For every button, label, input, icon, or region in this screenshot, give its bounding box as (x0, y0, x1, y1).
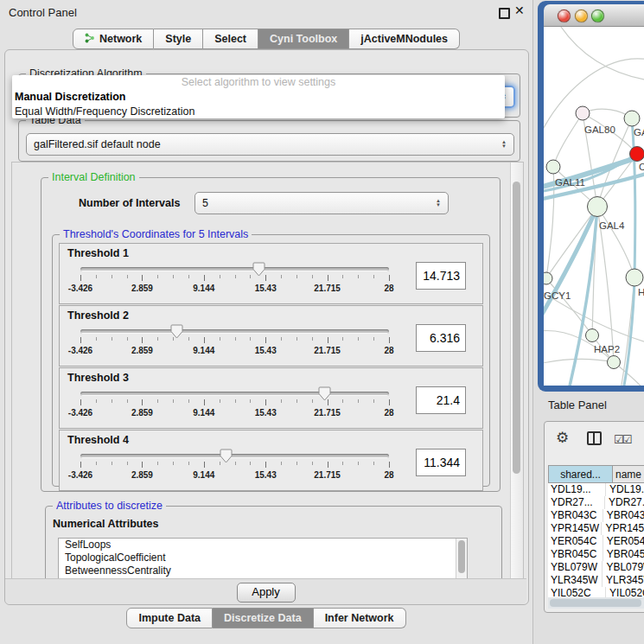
tab-network[interactable]: Network (73, 29, 154, 49)
tab-discretize-data[interactable]: Discretize Data (213, 608, 314, 628)
table-row[interactable]: YLR345WYLR345W (548, 574, 644, 587)
number-of-intervals-spinner[interactable]: 5 ▲▼ (194, 192, 449, 214)
network-graph[interactable]: GAL80GACGAL11GAL4GCY1HHAP2 (544, 27, 644, 386)
table-row[interactable]: YDR27...YDR27... (548, 496, 644, 509)
cell-name[interactable]: YIL052C (606, 587, 644, 597)
network-window-titlebar[interactable] (544, 4, 644, 27)
table-row[interactable]: YPR145WYPR145W (548, 522, 644, 535)
tab-style[interactable]: Style (154, 29, 203, 49)
table-data-value: galFiltered.sif default node (34, 138, 161, 150)
network-node[interactable] (626, 269, 643, 286)
network-canvas[interactable]: GAL80GACGAL11GAL4GCY1HHAP2 (544, 27, 644, 386)
threshold-value-field[interactable]: 21.4 (416, 386, 466, 414)
node-label: GAL80 (584, 124, 615, 135)
close-icon[interactable]: ✕ (514, 3, 525, 17)
node-label: H (638, 287, 644, 297)
network-node[interactable] (546, 160, 560, 174)
network-node[interactable] (588, 197, 608, 217)
column-header-name[interactable]: name (613, 465, 644, 483)
network-node[interactable] (608, 356, 621, 369)
gear-icon[interactable]: ⚙ (556, 429, 569, 447)
select-columns-icon[interactable]: ☑☑ (614, 433, 630, 446)
cell-shared-name[interactable]: YBR045C (548, 548, 603, 561)
column-header-shared-name[interactable]: shared... (548, 465, 613, 483)
network-edge (597, 207, 634, 277)
dropdown-option[interactable]: Manual Discretization (12, 90, 505, 105)
scrollbar-thumb[interactable] (458, 540, 465, 573)
tab-infer-network[interactable]: Infer Network (314, 608, 406, 628)
scrollbar-thumb[interactable] (550, 599, 641, 607)
control-panel: Control Panel ✕ NetworkStyleSelectCyni T… (0, 0, 533, 644)
attribute-list-item[interactable]: TopologicalCoefficient (59, 552, 467, 564)
table-row[interactable]: YBR043CYBR043C (548, 509, 644, 522)
split-columns-icon[interactable] (587, 431, 602, 445)
cell-name[interactable]: YBR045C (603, 548, 644, 561)
tab-cyni-toolbox[interactable]: Cyni Toolbox (258, 29, 349, 49)
float-window-icon[interactable] (499, 8, 510, 19)
threshold-panel: Threshold 1-3.4262.8599.14415.4321.71528… (59, 243, 483, 304)
threshold-slider-track[interactable] (80, 329, 389, 334)
threshold-value-field[interactable]: 14.713 (416, 262, 466, 290)
cell-shared-name[interactable]: YBL079W (548, 561, 603, 574)
settings-vertical-scrollbar[interactable] (510, 163, 523, 579)
numerical-attributes-list[interactable]: SelfLoopsTopologicalCoefficientBetweenne… (58, 538, 468, 580)
number-of-intervals-label: Number of Intervals (79, 197, 180, 209)
attribute-list-item[interactable]: BetweennessCentrality (59, 564, 467, 577)
cell-name[interactable]: YDL19... (606, 483, 644, 496)
cell-shared-name[interactable]: YLR345W (548, 574, 603, 587)
threshold-value-field[interactable]: 11.344 (416, 449, 466, 476)
threshold-panel: Threshold 3-3.4262.8599.14415.4321.71528… (59, 367, 483, 429)
table-row[interactable]: YIL052CYIL052C (548, 587, 644, 597)
list-scrollbar[interactable] (456, 539, 467, 580)
cell-name[interactable]: YPR145W (602, 522, 644, 535)
intervals-value: 5 (202, 197, 208, 209)
table-data-combobox[interactable]: galFiltered.sif default node ▲▼ (26, 133, 514, 156)
table-horizontal-scrollbar[interactable] (548, 597, 644, 609)
network-node[interactable] (586, 329, 599, 342)
algorithm-dropdown-popup: Select algorithm to view settings Manual… (12, 75, 505, 118)
network-view-window[interactable]: GAL80GACGAL11GAL4GCY1HHAP2 (538, 1, 644, 392)
network-edge (553, 113, 583, 167)
control-panel-tabs: NetworkStyleSelectCyni ToolboxjActiveMNo… (0, 29, 532, 49)
attribute-list-item[interactable]: SelfLoops (59, 539, 467, 552)
minimize-traffic-light[interactable] (575, 10, 588, 22)
dropdown-option[interactable]: Equal Width/Frequency Discretization (12, 105, 505, 118)
cell-name[interactable]: YBR043C (603, 509, 644, 522)
apply-button[interactable]: Apply (237, 583, 296, 603)
tab-impute-data[interactable]: Impute Data (126, 608, 213, 628)
cell-name[interactable]: YDR27... (605, 496, 644, 509)
scrollbar-thumb[interactable] (513, 182, 520, 474)
cell-shared-name[interactable]: YIL052C (548, 587, 606, 597)
threshold-slider-track[interactable] (80, 267, 389, 271)
tab-label: jActiveMNodules (360, 33, 448, 45)
cell-shared-name[interactable]: YER054C (548, 535, 603, 548)
table-row[interactable]: YBR045CYBR045C (548, 548, 644, 561)
tab-jactivemnodules[interactable]: jActiveMNodules (349, 29, 460, 49)
threshold-label: Threshold 3 (67, 372, 129, 384)
table-row[interactable]: YDL19...YDL19... (548, 483, 644, 496)
cell-shared-name[interactable]: YDL19... (548, 483, 606, 496)
network-node[interactable] (576, 106, 590, 120)
table-row[interactable]: YER054CYER054C (548, 535, 644, 548)
cell-shared-name[interactable]: YBR043C (548, 509, 603, 522)
cell-name[interactable]: YER054C (603, 535, 644, 548)
threshold-value-field[interactable]: 6.316 (416, 324, 466, 352)
close-traffic-light[interactable] (558, 10, 571, 22)
cell-shared-name[interactable]: YPR145W (548, 522, 602, 535)
tab-label: Discretize Data (224, 612, 302, 624)
network-node[interactable] (544, 272, 552, 284)
node-label: C (639, 162, 644, 172)
network-node[interactable] (630, 147, 644, 162)
network-node[interactable] (624, 111, 640, 126)
cell-shared-name[interactable]: YDR27... (548, 496, 605, 509)
node-label: GAL4 (599, 220, 625, 231)
threshold-slider-track[interactable] (80, 392, 389, 396)
zoom-traffic-light[interactable] (591, 10, 604, 22)
apply-bar: Apply (5, 578, 526, 604)
threshold-slider-track[interactable] (80, 454, 389, 458)
table-row[interactable]: YBL079WYBL079W (548, 561, 644, 574)
network-edge (558, 27, 644, 80)
cell-name[interactable]: YBL079W (603, 561, 644, 574)
tab-select[interactable]: Select (203, 29, 258, 49)
cell-name[interactable]: YLR345W (603, 574, 644, 587)
